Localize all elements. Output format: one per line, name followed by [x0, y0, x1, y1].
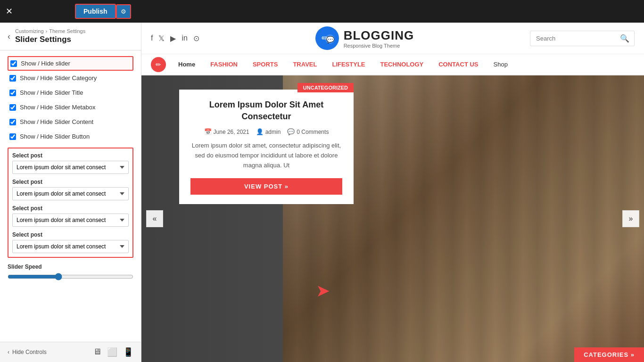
social-icons: f 𝕏 ▶ in ⊙ — [151, 34, 199, 43]
nav-item-contact-us[interactable]: CONTACT US — [431, 54, 486, 74]
preview-area: f 𝕏 ▶ in ⊙ ✏ 💬 — [141, 23, 644, 362]
top-bar: ✕ Publish ⚙ — [0, 0, 644, 23]
sidebar-bottom: ‹ Hide Controls 🖥 ⬜ 📱 — [0, 342, 141, 362]
nav-item-sports[interactable]: SPORTS — [245, 54, 285, 74]
post-category-badge: UNCATEGORIZED — [297, 83, 354, 92]
desktop-icon[interactable]: 🖥 — [93, 347, 101, 357]
select-post-label-2: Select post — [12, 179, 129, 185]
sidebar-title: Slider Settings — [15, 35, 85, 44]
nav-item-technology[interactable]: TECHNOLOGY — [373, 54, 431, 74]
post-author: 👤 admin — [256, 128, 281, 135]
slider-speed-range[interactable] — [8, 273, 133, 280]
mobile-icon[interactable]: 📱 — [123, 347, 133, 357]
blog-header: f 𝕏 ▶ in ⊙ ✏ 💬 — [141, 23, 644, 54]
slider-prev-button[interactable]: « — [146, 210, 163, 227]
svg-text:💬: 💬 — [326, 36, 335, 44]
publish-button[interactable]: Publish — [75, 4, 116, 19]
view-post-button[interactable]: VIEW POST » — [190, 178, 342, 195]
comments-icon: 💬 — [287, 128, 295, 135]
checkbox-show-hide-slider-content-input[interactable] — [9, 119, 16, 125]
nav-item-shop[interactable]: Shop — [486, 54, 515, 74]
checkbox-show-hide-slider-button: Show / Hide Slider Button — [8, 129, 133, 144]
search-input[interactable] — [530, 32, 615, 45]
checkbox-show-hide-slider-title: Show / Hide Slider Title — [8, 85, 133, 100]
categories-badge[interactable]: CATEGORIES » — [574, 347, 644, 362]
hide-controls-label: Hide Controls — [12, 349, 47, 355]
post-date-text: June 26, 2021 — [214, 129, 249, 135]
checkbox-show-hide-slider-label: Show / Hide slider — [21, 60, 70, 67]
sidebar: ‹ Customizing › Theme Settings Slider Se… — [0, 23, 141, 362]
select-post-dropdown-3[interactable]: Lorem ipsum dolor sit amet consect — [12, 214, 129, 227]
search-button[interactable]: 🔍 — [615, 31, 634, 46]
close-icon[interactable]: ✕ — [6, 6, 13, 16]
nav-item-travel[interactable]: TRAVEL — [285, 54, 324, 74]
breadcrumb-home: Customizing — [15, 28, 44, 34]
checkbox-show-hide-slider-category-input[interactable] — [9, 75, 16, 82]
youtube-icon[interactable]: ▶ — [170, 34, 176, 43]
arrow-annotation: ➤ — [316, 281, 330, 301]
red-arrow-icon: ➤ — [316, 281, 330, 301]
sidebar-header: ‹ Customizing › Theme Settings Slider Se… — [0, 23, 141, 50]
calendar-icon: 📅 — [204, 128, 212, 135]
nav-bar: ✏ Home FASHION SPORTS TRAVEL LIFESTYLE T… — [141, 54, 644, 75]
tablet-icon[interactable]: ⬜ — [107, 347, 117, 357]
facebook-icon[interactable]: f — [151, 34, 153, 43]
blog-preview: f 𝕏 ▶ in ⊙ ✏ 💬 — [141, 23, 644, 362]
slider-next-button[interactable]: » — [622, 210, 639, 227]
hero-slider: « » UNCATEGORIZED Lorem Ipsum Dolor Sit … — [141, 75, 644, 362]
checkbox-show-hide-slider-category: Show / Hide Slider Category — [8, 71, 133, 85]
breadcrumb-section: Theme Settings — [49, 28, 85, 34]
twitter-icon[interactable]: 𝕏 — [158, 34, 165, 43]
post-comments: 💬 0 Comments — [287, 128, 329, 135]
chevron-left-icon: ‹ — [8, 349, 9, 355]
sidebar-back-button[interactable]: ‹ — [8, 32, 10, 41]
post-meta: 📅 June 26, 2021 👤 admin 💬 0 Comments — [190, 128, 342, 135]
logo-text: BLOGGING Responsive Blog Theme — [344, 28, 414, 49]
checkbox-show-hide-slider-content-label: Show / Hide Slider Content — [20, 118, 93, 125]
checkbox-show-hide-slider-metabox-label: Show / Hide Slider Metabox — [20, 104, 95, 111]
gear-button[interactable]: ⚙ — [116, 4, 131, 19]
select-post-label-1: Select post — [12, 152, 129, 159]
breadcrumb: Customizing › Theme Settings — [15, 28, 85, 34]
post-author-text: admin — [265, 129, 281, 135]
main-layout: ‹ Customizing › Theme Settings Slider Se… — [0, 23, 644, 362]
checkbox-show-hide-slider-title-input[interactable] — [9, 90, 16, 96]
author-icon: 👤 — [256, 128, 264, 135]
checkbox-show-hide-slider: Show / Hide slider — [8, 56, 133, 71]
select-post-dropdown-2[interactable]: Lorem ipsum dolor sit amet consect — [12, 187, 129, 200]
post-card: UNCATEGORIZED Lorem Ipsum Dolor Sit Amet… — [179, 90, 354, 204]
nav-item-lifestyle[interactable]: LIFESTYLE — [324, 54, 372, 74]
select-post-dropdown-4[interactable]: Lorem ipsum dolor sit amet consect — [12, 240, 129, 253]
checkbox-show-hide-slider-input[interactable] — [10, 60, 17, 67]
categories-label: CATEGORIES » — [584, 351, 635, 358]
checkbox-show-hide-slider-metabox-input[interactable] — [9, 104, 16, 111]
checkbox-show-hide-slider-content: Show / Hide Slider Content — [8, 115, 133, 129]
nav-item-home[interactable]: Home — [171, 54, 203, 74]
hide-controls[interactable]: ‹ Hide Controls — [8, 349, 47, 355]
post-comments-text: 0 Comments — [297, 129, 329, 135]
linkedin-icon[interactable]: in — [182, 34, 187, 43]
checkbox-show-hide-slider-button-input[interactable] — [9, 133, 16, 140]
select-post-dropdown-1[interactable]: Lorem ipsum dolor sit amet consect — [12, 161, 129, 174]
logo-title: BLOGGING — [344, 28, 414, 43]
select-post-label-3: Select post — [12, 205, 129, 212]
checkbox-show-hide-slider-metabox: Show / Hide Slider Metabox — [8, 100, 133, 115]
breadcrumb-separator: › — [46, 28, 48, 34]
nav-item-fashion[interactable]: FASHION — [203, 54, 245, 74]
device-icons: 🖥 ⬜ 📱 — [93, 347, 133, 357]
logo-icon: ✏ 💬 — [315, 26, 339, 50]
publish-label: Publish — [83, 8, 107, 15]
select-post-group: Select post Lorem ipsum dolor sit amet c… — [8, 148, 133, 258]
slider-speed-label: Slider Speed — [8, 263, 133, 270]
logo-subtitle: Responsive Blog Theme — [344, 43, 414, 49]
instagram-icon[interactable]: ⊙ — [193, 34, 199, 43]
post-excerpt: Lorem ipsum dolor sit amet, consectetur … — [190, 141, 342, 170]
slider-speed-section: Slider Speed — [8, 263, 133, 282]
sidebar-body: Show / Hide slider Show / Hide Slider Ca… — [0, 50, 141, 342]
nav-edit-icon: ✏ — [151, 57, 166, 72]
sidebar-header-content: Customizing › Theme Settings Slider Sett… — [15, 28, 85, 44]
checkbox-show-hide-slider-title-label: Show / Hide Slider Title — [20, 89, 83, 96]
checkbox-show-hide-slider-category-label: Show / Hide Slider Category — [20, 74, 97, 82]
checkbox-show-hide-slider-button-label: Show / Hide Slider Button — [20, 133, 90, 140]
search-bar: 🔍 — [530, 31, 635, 46]
